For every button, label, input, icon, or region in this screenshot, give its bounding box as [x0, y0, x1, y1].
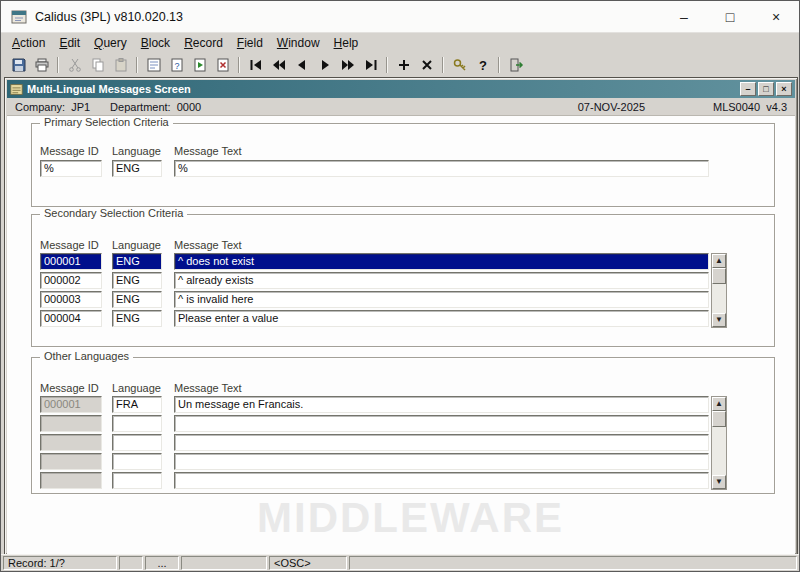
status-panel	[119, 556, 143, 570]
secondary-message-text-field-3[interactable]: ^ is invalid here	[174, 291, 709, 308]
mdi-controls: – □ ×	[740, 82, 792, 96]
form-header: Company: JP1 Department: 0000 07-NOV-202…	[7, 98, 795, 116]
secondary-group-title: Secondary Selection Criteria	[40, 207, 187, 219]
menu-edit[interactable]: Edit	[52, 34, 87, 52]
scroll-up-button[interactable]: ▲	[712, 254, 726, 268]
scrollbar-thumb[interactable]	[712, 411, 726, 427]
save-icon	[11, 57, 27, 73]
secondary-message-id-label: Message ID	[40, 239, 99, 251]
edit-button[interactable]	[142, 55, 165, 76]
other-scrollbar[interactable]: ▲ ▼	[711, 396, 727, 490]
secondary-message-id-field-2[interactable]: 000002	[40, 272, 102, 289]
help-icon: ?	[475, 57, 491, 73]
next-block-button[interactable]	[336, 55, 359, 76]
other-message-text-field-4[interactable]	[174, 453, 709, 470]
secondary-language-field-2[interactable]: ENG	[112, 272, 162, 289]
module-version: MLS0040 v4.3	[713, 101, 787, 113]
other-message-text-label: Message Text	[174, 382, 242, 394]
previous-record-button[interactable]	[290, 55, 313, 76]
other-message-text-field-5[interactable]	[174, 472, 709, 489]
other-language-field-3[interactable]	[112, 434, 162, 451]
primary-language-field[interactable]: ENG	[112, 160, 162, 177]
menu-help[interactable]: Help	[327, 34, 366, 52]
toolbar-separator	[442, 57, 444, 73]
cancel-query-button[interactable]	[211, 55, 234, 76]
other-language-field-5[interactable]	[112, 472, 162, 489]
secondary-message-id-field-1[interactable]: 000001	[40, 253, 102, 270]
other-message-text-field-1[interactable]: Un message en Francais.	[174, 396, 709, 413]
secondary-message-text-field-1[interactable]: ^ does not exist	[174, 253, 709, 270]
secondary-scrollbar[interactable]: ▲ ▼	[711, 253, 727, 328]
titlebar: Calidus (3PL) v810.020.13 – □ ×	[1, 1, 799, 33]
exit-icon	[508, 57, 524, 73]
enter-query-button[interactable]: ?	[165, 55, 188, 76]
scroll-down-button[interactable]: ▼	[712, 313, 726, 327]
next-record-icon	[317, 57, 333, 73]
department-value: 0000	[177, 101, 201, 113]
menu-action[interactable]: Action	[5, 34, 52, 52]
primary-message-id-field[interactable]: %	[40, 160, 102, 177]
menu-field[interactable]: Field	[230, 34, 270, 52]
maximize-button[interactable]: □	[707, 1, 753, 32]
company-label: Company:	[15, 101, 65, 113]
mdi-title-text: Multi-Lingual Messages Screen	[27, 83, 191, 95]
print-button[interactable]	[30, 55, 53, 76]
other-language-field-4[interactable]	[112, 453, 162, 470]
primary-message-text-field[interactable]: %	[174, 160, 709, 177]
other-language-field-2[interactable]	[112, 415, 162, 432]
window-controls: – □ ×	[661, 1, 799, 32]
other-group-title: Other Languages	[40, 350, 133, 362]
previous-record-icon	[294, 57, 310, 73]
next-record-button[interactable]	[313, 55, 336, 76]
first-record-button[interactable]	[244, 55, 267, 76]
execute-query-button[interactable]	[188, 55, 211, 76]
minimize-button[interactable]: –	[661, 1, 707, 32]
delete-record-button[interactable]	[415, 55, 438, 76]
cut-button[interactable]	[63, 55, 86, 76]
menu-record[interactable]: Record	[177, 34, 230, 52]
previous-block-button[interactable]	[267, 55, 290, 76]
last-record-button[interactable]	[359, 55, 382, 76]
secondary-language-field-3[interactable]: ENG	[112, 291, 162, 308]
other-language-field-1[interactable]: FRA	[112, 396, 162, 413]
save-button[interactable]	[7, 55, 30, 76]
scroll-down-button[interactable]: ▼	[712, 475, 726, 489]
cut-icon	[67, 57, 83, 73]
mdi-restore-button[interactable]: □	[758, 82, 774, 96]
menu-window[interactable]: Window	[270, 34, 327, 52]
other-message-text-field-2[interactable]	[174, 415, 709, 432]
other-row-4	[40, 453, 709, 470]
primary-message-text-label: Message Text	[174, 145, 242, 157]
insert-record-button[interactable]	[392, 55, 415, 76]
secondary-language-field-4[interactable]: ENG	[112, 310, 162, 327]
exit-button[interactable]	[504, 55, 527, 76]
secondary-row-3: 000003ENG^ is invalid here	[40, 291, 709, 308]
scrollbar-thumb[interactable]	[712, 268, 726, 284]
secondary-message-id-field-3[interactable]: 000003	[40, 291, 102, 308]
toolbar-separator	[136, 57, 138, 73]
paste-button[interactable]	[109, 55, 132, 76]
mdi-close-button[interactable]: ×	[776, 82, 792, 96]
delete-record-icon	[419, 57, 435, 73]
form-icon	[10, 83, 23, 96]
mdi-titlebar[interactable]: Multi-Lingual Messages Screen – □ ×	[7, 80, 795, 98]
other-message-id-field-5	[40, 472, 102, 489]
secondary-row-2: 000002ENG^ already exists	[40, 272, 709, 289]
copy-button[interactable]	[86, 55, 109, 76]
app-icon	[11, 9, 27, 25]
close-button[interactable]: ×	[753, 1, 799, 32]
menu-query[interactable]: Query	[87, 34, 134, 52]
help-button[interactable]: ?	[471, 55, 494, 76]
secondary-language-field-1[interactable]: ENG	[112, 253, 162, 270]
secondary-message-text-field-2[interactable]: ^ already exists	[174, 272, 709, 289]
secondary-selection-group: Secondary Selection Criteria Message ID …	[31, 214, 775, 347]
window-title: Calidus (3PL) v810.020.13	[35, 10, 183, 24]
other-message-text-field-3[interactable]	[174, 434, 709, 451]
secondary-message-id-field-4[interactable]: 000004	[40, 310, 102, 327]
scroll-up-button[interactable]: ▲	[712, 397, 726, 411]
menu-block[interactable]: Block	[134, 34, 177, 52]
mdi-minimize-button[interactable]: –	[740, 82, 756, 96]
secondary-message-text-field-4[interactable]: Please enter a value	[174, 310, 709, 327]
keys-button[interactable]	[448, 55, 471, 76]
status-panel	[349, 556, 797, 570]
